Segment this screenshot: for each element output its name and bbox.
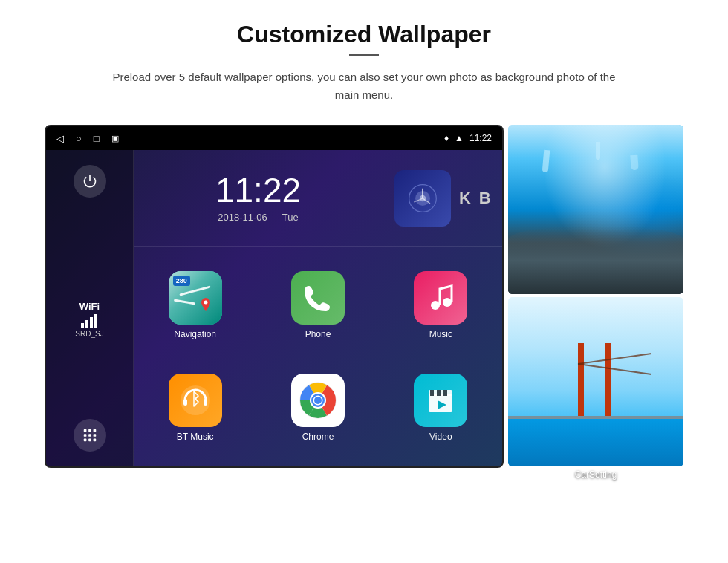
svg-rect-3 [83,434,86,437]
video-label: Video [429,432,452,442]
back-nav-icon[interactable]: ◁ [56,133,64,144]
widget-icon-1[interactable] [394,170,451,227]
navigation-icon: 280 [169,271,222,325]
clock-section: 11:22 2018-11-06 Tue [134,150,383,246]
wifi-label: WiFi [79,301,100,312]
location-icon: ♦ [444,133,449,143]
sidebar-top [74,165,106,198]
svg-point-12 [204,301,207,305]
carsetting-label: CarSetting [575,469,617,480]
wifi-bars [81,314,97,328]
top-info: 11:22 2018-11-06 Tue [134,150,502,247]
wallpaper-stack: CarSetting [508,125,683,480]
svg-rect-25 [430,390,434,396]
ice-cave-texture [508,125,683,294]
video-icon [414,374,467,427]
app-item-video[interactable]: Video [380,357,502,459]
clock-date-value: 2018-11-06 [218,212,267,223]
page-description: Preload over 5 default wallpaper options… [111,68,617,104]
device-frame: ◁ ○ □ ▣ ♦ ▲ 11:22 [45,125,504,468]
status-bar-left: ◁ ○ □ ▣ [56,133,119,144]
svg-rect-4 [88,434,91,437]
widget-letter-k: K [459,189,471,208]
svg-rect-5 [93,434,96,437]
app-item-music[interactable]: Music [380,254,502,357]
clock-time: 11:22 [215,173,301,207]
phone-label: Phone [305,329,331,339]
navigation-label: Navigation [174,329,216,339]
chrome-label: Chrome [302,432,334,442]
main-area: 11:22 2018-11-06 Tue [134,150,502,466]
music-label: Music [429,329,452,339]
sidebar: WiFi SRD_SJ [46,150,134,466]
svg-rect-8 [93,439,96,442]
wifi-bar-1 [81,323,84,328]
svg-rect-26 [437,390,441,396]
status-bar: ◁ ○ □ ▣ ♦ ▲ 11:22 [46,126,502,150]
status-bar-right: ♦ ▲ 11:22 [444,133,492,143]
svg-rect-7 [88,439,91,442]
app-item-bt-music[interactable]: BT Music [134,357,256,459]
content-row: ◁ ○ □ ▣ ♦ ▲ 11:22 [45,125,683,480]
svg-rect-2 [93,429,96,432]
bridge-texture [508,297,683,466]
app-item-navigation[interactable]: 280 Navig [134,254,256,357]
signal-icon: ▲ [455,133,464,143]
wifi-bar-2 [85,320,88,328]
apps-grid-button[interactable] [74,419,106,452]
wallpaper-2-wrap: CarSetting [508,297,683,480]
power-button[interactable] [74,165,106,198]
device-content: WiFi SRD_SJ [46,150,502,466]
app-item-chrome[interactable]: Chrome [256,357,379,459]
wifi-ssid: SRD_SJ [75,330,103,338]
music-icon [414,271,467,325]
app-grid: 280 Navig [134,247,502,466]
svg-rect-16 [183,399,187,406]
chrome-icon [291,374,345,427]
svg-rect-1 [88,429,91,432]
title-divider [349,54,379,56]
widget-section: K B [383,150,502,246]
svg-rect-6 [83,439,86,442]
widget-letter-b: B [479,189,491,208]
wallpaper-thumb-1[interactable] [508,125,683,294]
status-time: 11:22 [469,133,492,143]
page-title: Customized Wallpaper [237,21,491,48]
clock-day-value: Tue [282,212,299,223]
recent-nav-icon[interactable]: □ [94,133,100,144]
wifi-info: WiFi SRD_SJ [75,301,103,338]
bt-music-label: BT Music [177,432,214,442]
home-nav-icon[interactable]: ○ [76,133,82,144]
svg-rect-17 [204,399,207,406]
page-container: Customized Wallpaper Preload over 5 defa… [0,0,728,563]
wallpaper-thumb-2[interactable] [508,297,683,466]
svg-point-14 [443,298,452,307]
clock-date: 2018-11-06 Tue [218,212,298,223]
app-item-phone[interactable]: Phone [256,254,379,357]
screenshot-icon[interactable]: ▣ [111,134,119,143]
phone-icon [291,271,345,325]
wifi-bar-3 [90,317,93,328]
wifi-bar-4 [94,314,97,328]
svg-point-13 [431,301,440,310]
svg-rect-0 [83,429,86,432]
svg-rect-27 [443,390,447,396]
bt-music-icon [169,374,222,427]
svg-point-22 [314,397,322,404]
